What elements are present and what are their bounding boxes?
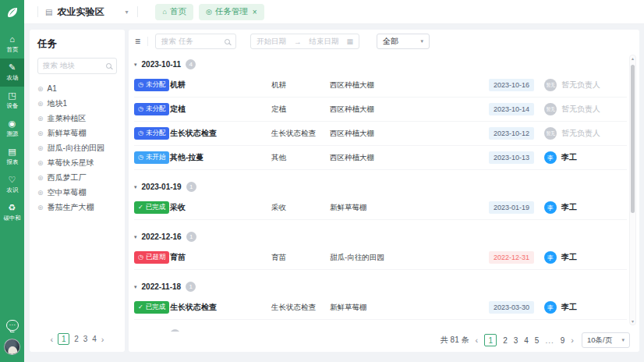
group-header[interactable]: ▾2023-01-191 — [134, 181, 627, 193]
scroll-down-icon[interactable]: ▾ — [630, 318, 635, 325]
task-row[interactable]: ◷未分配定植定植西区种植大棚2023-10-14暂无暂无负责人 — [134, 98, 627, 122]
page-number-2[interactable]: 2 — [74, 335, 79, 343]
task-row[interactable]: ✓已完成生长状态检查生长状态检查新鲜草莓棚2023-03-30李李工 — [134, 296, 627, 320]
collapse-caret-icon[interactable]: ▾ — [134, 234, 137, 240]
app-logo[interactable] — [0, 0, 24, 24]
plot-search-input[interactable]: 搜索 地块 — [37, 58, 117, 74]
group-header[interactable]: ▾2022-11-181 — [134, 281, 627, 293]
farm-selector[interactable]: 农业实验区 — [57, 5, 104, 19]
sidebar-item-label: 首页 — [6, 47, 18, 52]
plot-label: A1 — [48, 84, 57, 93]
assignee-avatar: 李 — [544, 301, 557, 314]
message-icon[interactable]: ⋯ — [6, 320, 19, 331]
status-filter-select[interactable]: 全部 ▾ — [377, 34, 430, 49]
task-search-placeholder: 搜索 任务 — [161, 37, 193, 47]
sidebar-item-trace[interactable]: ◉溯源 — [0, 115, 24, 143]
tab-close-icon[interactable]: × — [253, 8, 257, 16]
plot-list-item[interactable]: ⊛西瓜梦工厂 — [37, 170, 117, 185]
sidebar-item-home[interactable]: ⌂首页 — [0, 30, 24, 59]
plot-list-item[interactable]: ⊛韭菜种植区 — [37, 111, 117, 126]
task-row[interactable]: ◷未分配机耕机耕西区种植大棚2023-10-16暂无暂无负责人 — [134, 73, 627, 98]
collapse-caret-icon[interactable]: ▾ — [134, 184, 137, 190]
task-search-input[interactable]: 搜索 任务 — [155, 34, 236, 49]
page-number-3[interactable]: 3 — [83, 335, 88, 343]
page-number-1[interactable]: 1 — [484, 334, 497, 346]
user-avatar[interactable] — [4, 339, 20, 355]
plot-list-item[interactable]: ⊛地块1 — [37, 96, 117, 111]
start-date-placeholder: 开始日期 — [257, 37, 286, 47]
sidebar-item-farm[interactable]: ✎农场 — [0, 59, 24, 87]
page-number-4[interactable]: 4 — [92, 335, 97, 343]
prev-page-icon[interactable]: ‹ — [50, 335, 53, 343]
status-badge: ✓已完成 — [134, 301, 169, 314]
tab-home[interactable]: ⌂首页 — [155, 4, 193, 20]
scrollbar-thumb[interactable] — [631, 65, 635, 213]
plot-list-item[interactable]: ⊛草莓快乐星球 — [37, 155, 117, 170]
scroll-up-icon[interactable]: ▴ — [630, 55, 635, 62]
group-count-badge: 4 — [186, 59, 196, 69]
sidebar-item-knowledge[interactable]: ♡农识 — [0, 171, 24, 199]
date-range-input[interactable]: 开始日期 → 结束日期 ▦ — [250, 34, 359, 49]
sidebar-item-report[interactable]: ▤报表 — [0, 143, 24, 171]
toolbar-divider — [147, 37, 148, 46]
avatar-text: 暂无 — [547, 130, 555, 137]
task-row[interactable]: ◷未分配生长状态检查生长状态检查西区种植大棚2023-10-12暂无暂无负责人 — [134, 122, 627, 146]
group-header[interactable]: ▾2023-10-114 — [134, 59, 627, 70]
next-page-icon[interactable]: › — [101, 335, 104, 343]
plot-label: 甜瓜-向往的田园 — [48, 143, 104, 154]
plot-list-item[interactable]: ⊛番茄生产大棚 — [37, 200, 117, 215]
status-label: 未分配 — [146, 80, 166, 90]
sidebar-item-carbon[interactable]: ♻碳中和 — [0, 199, 24, 227]
page-size-select[interactable]: 10条/页▾ — [582, 332, 630, 348]
assignee-cell: 暂无暂无负责人 — [544, 127, 627, 140]
page-number-9[interactable]: 9 — [561, 336, 565, 345]
page-number-1[interactable]: 1 — [58, 333, 69, 345]
plot-list-item[interactable]: ⊛A1 — [37, 81, 117, 96]
collapse-caret-icon[interactable]: ▾ — [134, 284, 137, 290]
task-row[interactable]: ◷未开始其他-拉蔓其他西区种植大棚2023-10-13李李工 — [134, 146, 627, 170]
next-page-icon[interactable]: › — [571, 336, 574, 344]
collapse-caret-icon[interactable]: ▾ — [134, 62, 137, 68]
plot-list-item[interactable]: ⊛新鲜草莓棚 — [37, 126, 117, 140]
plot-label: 空中草莓棚 — [48, 187, 87, 198]
view-toggle-icon[interactable]: ≡ — [135, 36, 140, 47]
task-row[interactable]: ✓已完成采收采收新鲜草莓棚2023-01-19李李工 — [134, 196, 627, 220]
chevron-down-icon[interactable]: ▾ — [125, 9, 128, 16]
plot-icon: ⊛ — [37, 85, 44, 93]
page-number-5[interactable]: 5 — [535, 336, 540, 345]
task-row[interactable]: ◷已超期育苗育苗甜瓜-向往的田园2022-12-31李李工 — [134, 246, 627, 270]
plot-icon: ⊛ — [37, 159, 44, 167]
search-icon — [106, 63, 111, 69]
plot-list-item[interactable]: ⊛甜瓜-向往的田园 — [37, 140, 117, 155]
plot-icon: ⊛ — [37, 115, 44, 122]
task-type: 定植 — [271, 105, 330, 115]
plot-list-item[interactable]: ⊛空中草莓棚 — [37, 185, 117, 200]
group-header[interactable]: ▾2022-12-161 — [134, 231, 627, 243]
avatar-text: 李 — [547, 254, 554, 262]
assignee-avatar: 李 — [544, 151, 557, 164]
sidebar-item-device[interactable]: ◳设备 — [0, 87, 24, 115]
page-number-3[interactable]: 3 — [514, 336, 518, 345]
plot-icon: ⊛ — [37, 130, 44, 137]
group-date: 2023-01-19 — [142, 183, 182, 191]
sidebar-item-label: 设备 — [6, 103, 18, 108]
group-count-badge: 1 — [186, 282, 196, 292]
calendar-icon: ▦ — [346, 37, 353, 45]
farm-icon: ✎ — [9, 63, 16, 72]
page-number-2[interactable]: 2 — [503, 336, 508, 345]
prev-page-icon[interactable]: ‹ — [476, 336, 479, 344]
scrollbar[interactable]: ▴ ▾ — [629, 55, 636, 325]
task-name: 定植 — [170, 104, 271, 115]
task-name: 其他-拉蔓 — [170, 152, 271, 163]
status-label: 已完成 — [146, 303, 166, 312]
due-date-cell: 2023-10-14 — [483, 103, 544, 115]
group-count-badge: 1 — [186, 232, 196, 242]
page-number-4[interactable]: 4 — [524, 336, 529, 345]
assignee-cell: 暂无暂无负责人 — [544, 103, 627, 115]
due-date-cell: 2023-03-30 — [483, 301, 544, 314]
assignee-name: 暂无负责人 — [561, 128, 600, 139]
due-date-cell: 2022-12-31 — [483, 251, 544, 264]
task-location: 西区种植大棚 — [330, 153, 483, 163]
end-date-placeholder: 结束日期 — [309, 37, 338, 47]
tab-tasks[interactable]: ◎任务管理× — [199, 4, 264, 20]
